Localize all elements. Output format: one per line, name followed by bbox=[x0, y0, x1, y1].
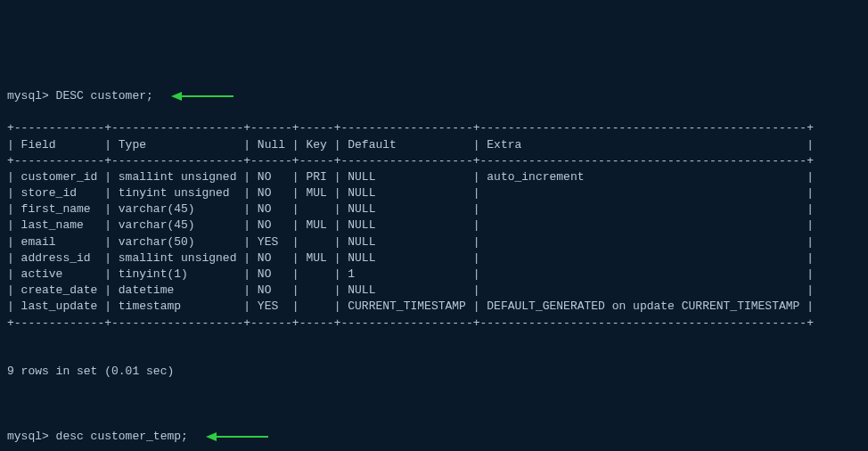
table-separator: +-------------+-------------------+-----… bbox=[7, 153, 861, 169]
prompt-line-1: mysql> DESC customer; bbox=[7, 88, 861, 104]
rows-summary-1: 9 rows in set (0.01 sec) bbox=[7, 364, 861, 380]
table-row: | address_id | smallint unsigned | NO | … bbox=[7, 250, 861, 266]
svg-marker-1 bbox=[171, 92, 182, 101]
arrow-icon bbox=[171, 91, 233, 102]
table-row: | customer_id | smallint unsigned | NO |… bbox=[7, 169, 861, 185]
blank-line bbox=[7, 397, 861, 413]
table-separator: +-------------+-------------------+-----… bbox=[7, 120, 861, 136]
table-1: +-------------+-------------------+-----… bbox=[7, 120, 861, 348]
arrow-icon bbox=[206, 431, 268, 442]
table-row: | last_name | varchar(45) | NO | MUL | N… bbox=[7, 217, 861, 234]
sql-prompt-2: mysql> desc customer_temp; bbox=[7, 429, 188, 445]
sql-prompt-1: mysql> DESC customer; bbox=[7, 88, 153, 104]
terminal-output: mysql> DESC customer; +-------------+---… bbox=[7, 72, 861, 451]
prompt-line-2: mysql> desc customer_temp; bbox=[7, 429, 861, 445]
table-header-row: | Field | Type | Null | Key | Default | … bbox=[7, 137, 861, 153]
blank-line bbox=[7, 332, 861, 348]
table-row: | create_date | datetime | NO | | NULL |… bbox=[7, 283, 861, 299]
table-row: | last_update | timestamp | YES | | CURR… bbox=[7, 299, 861, 315]
table-row: | store_id | tinyint unsigned | NO | MUL… bbox=[7, 185, 861, 201]
svg-marker-3 bbox=[206, 432, 217, 441]
table-row: | first_name | varchar(45) | NO | | NULL… bbox=[7, 201, 861, 217]
table-row: | email | varchar(50) | YES | | NULL | | bbox=[7, 234, 861, 250]
table-separator: +-------------+-------------------+-----… bbox=[7, 316, 861, 332]
table-row: | active | tinyint(1) | NO | | 1 | | bbox=[7, 266, 861, 283]
